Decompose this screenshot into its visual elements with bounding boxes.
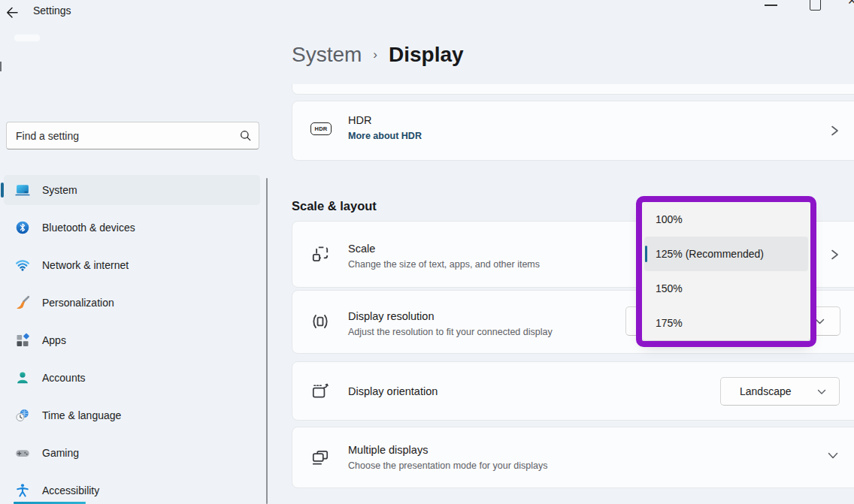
scale-option-100[interactable]: 100% <box>642 202 810 237</box>
avatar-skeleton <box>14 35 40 41</box>
scale-title: Scale <box>348 243 375 255</box>
display-orientation-icon <box>310 382 330 401</box>
scale-dropdown-flyout: 100% 125% (Recommended) 150% 175% <box>642 202 810 340</box>
search-box <box>6 122 259 149</box>
sidebar-item-label: System <box>42 175 77 205</box>
sidebar-item-label: Accessibility <box>42 475 99 504</box>
time-language-icon <box>15 408 30 423</box>
sidebar-scrollbar[interactable] <box>266 178 268 504</box>
accounts-icon <box>15 370 30 385</box>
orientation-value: Landscape <box>740 378 792 405</box>
page-title: Display <box>389 43 464 66</box>
sidebar-item-label: Network & internet <box>42 250 129 280</box>
sidebar-item-label: Apps <box>42 325 66 355</box>
system-icon <box>15 183 30 198</box>
scale-option-150[interactable]: 150% <box>642 271 810 306</box>
sidebar-item-system[interactable]: System <box>4 175 260 205</box>
multiple-displays-card[interactable]: Multiple displays Choose the presentatio… <box>292 427 854 488</box>
gaming-icon <box>15 445 30 460</box>
sidebar-item-label: Time & language <box>42 400 121 430</box>
search-input[interactable] <box>6 122 259 149</box>
breadcrumb-chevron-icon: › <box>373 47 377 62</box>
app-title: Settings <box>33 5 71 17</box>
scale-option-175[interactable]: 175% <box>642 306 810 340</box>
hdr-title: HDR <box>348 114 371 126</box>
display-resolution-subtitle: Adjust the resolution to fit your connec… <box>348 327 553 337</box>
edge-caret <box>0 62 2 71</box>
display-resolution-title: Display resolution <box>348 310 434 322</box>
network-icon <box>15 258 30 273</box>
sidebar-item-personalization[interactable]: Personalization <box>4 288 260 318</box>
sidebar-item-accounts[interactable]: Accounts <box>4 363 260 393</box>
search-icon <box>240 130 251 141</box>
close-icon[interactable]: ✕ <box>847 0 854 8</box>
chevron-right-icon <box>829 249 840 261</box>
sidebar-item-apps[interactable]: Apps <box>4 325 260 355</box>
sidebar-item-accessibility[interactable]: Accessibility <box>4 475 260 504</box>
breadcrumb: System›Display <box>292 43 464 67</box>
chevron-down-icon <box>817 389 827 396</box>
chevron-down-icon <box>815 318 825 325</box>
scale-option-label: 125% (Recommended) <box>656 248 764 260</box>
display-orientation-title: Display orientation <box>348 385 438 397</box>
sidebar-item-label: Bluetooth & devices <box>42 213 135 243</box>
scale-option-125-recommended[interactable]: 125% (Recommended) <box>644 237 808 271</box>
hdr-card[interactable]: HDR HDR More about HDR <box>292 101 854 161</box>
back-button[interactable] <box>5 3 24 23</box>
sidebar-item-label: Personalization <box>42 288 114 318</box>
sidebar-item-label: Gaming <box>42 438 79 468</box>
breadcrumb-parent[interactable]: System <box>292 43 362 66</box>
settings-window: Settings ✕ System Bluetooth & devices Ne… <box>0 0 854 504</box>
apps-icon <box>15 333 30 348</box>
scale-icon <box>310 244 330 264</box>
section-title: Scale & layout <box>292 199 377 213</box>
back-arrow-icon <box>5 5 24 20</box>
personalization-icon <box>15 295 30 310</box>
sidebar-item-time-language[interactable]: Time & language <box>4 400 260 430</box>
maximize-icon[interactable] <box>810 0 821 11</box>
sidebar-item-bluetooth-devices[interactable]: Bluetooth & devices <box>4 213 260 243</box>
scale-subtitle: Change the size of text, apps, and other… <box>348 259 540 270</box>
minimize-icon[interactable] <box>765 5 777 6</box>
more-about-hdr-link[interactable]: More about HDR <box>348 131 422 141</box>
multiple-displays-icon <box>310 448 330 467</box>
display-resolution-icon <box>310 312 330 331</box>
previous-card-partial[interactable] <box>292 84 854 95</box>
sidebar-item-label: Accounts <box>42 363 86 393</box>
multiple-displays-title: Multiple displays <box>348 444 428 456</box>
multiple-displays-subtitle: Choose the presentation mode for your di… <box>348 460 547 471</box>
orientation-select[interactable]: Landscape <box>720 377 840 406</box>
sidebar-item-network-internet[interactable]: Network & internet <box>4 250 260 280</box>
bluetooth-icon <box>15 220 30 235</box>
accessibility-icon <box>15 483 30 498</box>
selected-option-accent-bar <box>645 246 647 262</box>
chevron-right-icon <box>829 125 840 137</box>
sidebar-item-gaming[interactable]: Gaming <box>4 438 260 468</box>
chevron-down-icon <box>828 452 838 460</box>
hdr-icon: HDR <box>310 122 332 135</box>
